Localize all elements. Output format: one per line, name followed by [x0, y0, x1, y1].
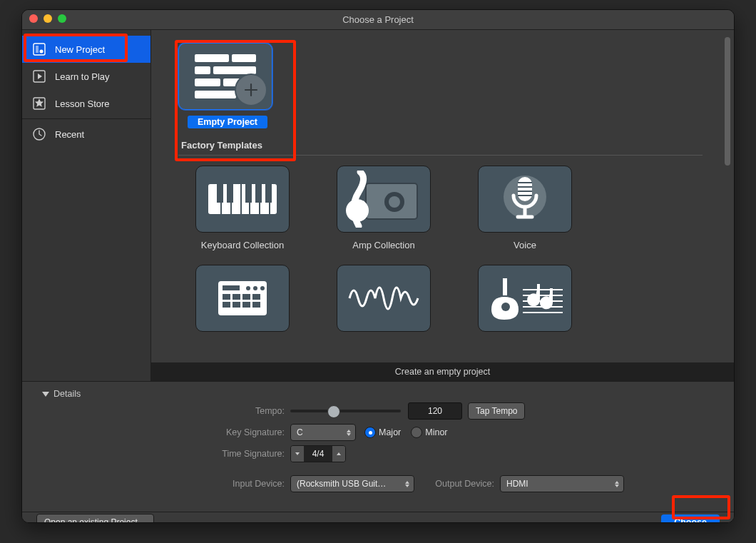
details-label: Details [53, 389, 81, 399]
tempo-slider[interactable] [290, 410, 401, 412]
svg-rect-45 [252, 302, 260, 308]
svg-point-27 [346, 199, 369, 222]
svg-rect-15 [245, 184, 252, 203]
output-device-label: Output Device: [414, 479, 500, 489]
stepper-up[interactable] [332, 446, 345, 462]
tap-tempo-button[interactable]: Tap Tempo [468, 402, 525, 420]
template-label: Keyboard Collection [201, 240, 284, 250]
sidebar-item-recent[interactable]: Recent [22, 121, 150, 148]
scale-minor-label: Minor [425, 427, 447, 437]
svg-rect-39 [233, 294, 240, 300]
titlebar: Choose a Project [22, 10, 734, 30]
minimize-icon[interactable] [44, 14, 52, 23]
template-description: Create an empty project [151, 362, 734, 381]
learn-to-play-icon [32, 69, 46, 83]
svg-rect-29 [518, 177, 532, 201]
input-device-select[interactable]: (Rocksmith USB Guit… [290, 475, 414, 492]
footer: Open an existing Project… Choose [22, 512, 734, 523]
svg-rect-13 [217, 184, 223, 203]
details-toggle[interactable]: Details [42, 389, 714, 399]
template-empty-project[interactable] [178, 43, 272, 110]
svg-rect-5 [195, 54, 229, 62]
sidebar-item-label: New Project [55, 44, 105, 55]
open-existing-button[interactable]: Open an existing Project… [36, 514, 154, 523]
scale-minor-radio[interactable] [411, 427, 422, 438]
svg-rect-0 [34, 44, 45, 55]
svg-point-1 [40, 50, 44, 54]
svg-rect-41 [252, 294, 260, 300]
scale-major-label: Major [379, 427, 401, 437]
svg-rect-14 [227, 184, 233, 203]
new-project-icon [32, 42, 46, 56]
waveform-icon [348, 280, 419, 316]
template-label: Amp Collection [352, 240, 414, 250]
svg-point-55 [501, 303, 510, 311]
sidebar-item-label: Lesson Store [55, 98, 110, 109]
svg-point-48 [260, 286, 265, 290]
choose-button[interactable]: Choose [661, 514, 720, 523]
maximize-icon[interactable] [58, 14, 66, 23]
template-electronic[interactable] [337, 265, 431, 332]
svg-rect-40 [242, 294, 250, 300]
time-signature-stepper[interactable]: 4/4 [290, 445, 346, 462]
acoustic-guitar-icon [486, 277, 564, 320]
svg-rect-9 [195, 78, 220, 86]
guitar-amp-icon [344, 171, 423, 228]
svg-rect-7 [195, 66, 210, 74]
tempo-label: Tempo: [42, 406, 290, 416]
recent-icon [32, 127, 46, 141]
sidebar-item-label: Learn to Play [55, 71, 110, 82]
svg-rect-6 [232, 54, 256, 62]
close-icon[interactable] [29, 14, 38, 23]
svg-rect-43 [233, 302, 240, 308]
svg-rect-17 [265, 184, 272, 203]
chevron-updown-icon [615, 481, 619, 487]
sidebar-item-learn-to-play[interactable]: Learn to Play [22, 63, 150, 90]
details-pane: Details Tempo: 120 Tap Tempo Key Signatu… [22, 381, 734, 512]
key-signature-label: Key Signature: [42, 427, 290, 437]
template-hiphop[interactable] [195, 265, 290, 332]
plus-icon [235, 73, 267, 106]
scrollbar[interactable] [725, 37, 730, 166]
project-chooser-window: Choose a Project New Project Learn to Pl… [21, 9, 735, 523]
output-device-select[interactable]: HDMI [500, 475, 624, 492]
stepper-down[interactable] [291, 446, 304, 462]
template-songwriter[interactable] [478, 265, 572, 332]
template-voice[interactable] [478, 166, 572, 233]
chevron-updown-icon [347, 430, 351, 436]
drum-machine-icon [214, 278, 271, 318]
svg-rect-38 [223, 294, 230, 300]
scale-major-radio[interactable] [364, 427, 376, 438]
svg-point-47 [253, 286, 257, 290]
svg-rect-37 [223, 285, 240, 290]
sidebar-item-label: Recent [55, 129, 84, 140]
time-signature-label: Time Signature: [42, 449, 290, 459]
slider-thumb[interactable] [327, 405, 340, 418]
svg-rect-44 [242, 302, 250, 308]
svg-rect-11 [195, 91, 236, 98]
key-signature-select[interactable]: C [290, 424, 356, 441]
lesson-store-icon [32, 96, 46, 111]
template-keyboard-collection[interactable] [195, 166, 290, 233]
template-browser: Empty Project Factory Templates [151, 30, 734, 381]
sidebar-item-lesson-store[interactable]: Lesson Store [22, 90, 150, 117]
input-device-label: Input Device: [42, 479, 290, 489]
window-controls [29, 14, 66, 23]
sidebar: New Project Learn to Play Lesson Store R [22, 30, 151, 381]
chevron-updown-icon [405, 481, 409, 487]
section-header-factory-templates: Factory Templates [178, 136, 703, 156]
template-label: Voice [514, 240, 536, 250]
keyboard-icon [207, 177, 278, 221]
svg-rect-54 [503, 278, 507, 295]
template-label-selected: Empty Project [188, 116, 267, 128]
svg-rect-42 [223, 302, 230, 308]
svg-rect-16 [255, 184, 262, 203]
microphone-icon [496, 173, 553, 225]
disclosure-triangle-icon [42, 392, 49, 397]
svg-point-26 [389, 196, 400, 208]
tempo-field[interactable]: 120 [408, 402, 462, 420]
window-title: Choose a Project [22, 14, 734, 25]
sidebar-item-new-project[interactable]: New Project [22, 36, 150, 63]
template-amp-collection[interactable] [337, 166, 431, 233]
svg-point-46 [246, 286, 250, 290]
